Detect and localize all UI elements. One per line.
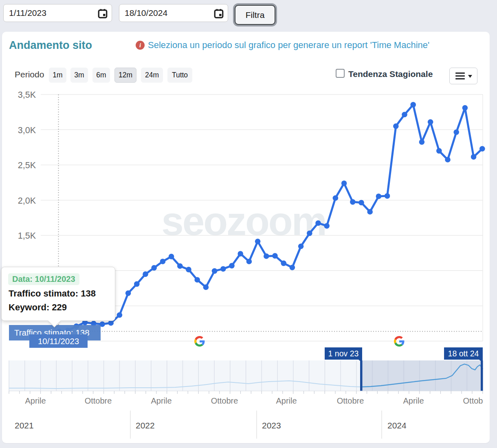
page-title: Andamento sito [9,39,92,52]
calendar-icon[interactable] [213,8,224,19]
tooltip-date: Data: 10/11/2023 [8,273,79,285]
seasonal-trend-label: Tendenza Stagionale [348,69,433,79]
info-icon: i [136,41,145,50]
tooltip-traffic: Traffico stimato: 138 [9,288,115,299]
calendar-icon[interactable] [97,8,108,19]
period-button-3m[interactable]: 3m [70,68,88,83]
navigator-start-flag[interactable]: 1 nov 23 [325,347,362,360]
seozoom-trend-screen: Filtra Andamento sito i Seleziona un per… [0,0,497,448]
period-button-1m[interactable]: 1m [49,68,66,83]
date-from-input[interactable] [3,4,112,22]
hamburger-icon [455,72,465,74]
filter-button[interactable]: Filtra [235,5,275,25]
chevron-down-icon [468,75,472,78]
trend-card [2,32,490,443]
period-button-6m[interactable]: 6m [92,68,110,83]
seasonal-trend-checkbox[interactable] [336,69,345,78]
selected-date-badge: 10/11/2023 [29,334,88,348]
chart-menu-button[interactable] [449,68,477,84]
date-to-input[interactable] [119,4,228,22]
time-machine-hint: Seleziona un periodo sul grafico per gen… [148,40,429,51]
period-button-12m[interactable]: 12m [114,68,136,83]
period-label: Periodo [15,70,44,79]
chart-tooltip: Data: 10/11/2023 Traffico stimato: 138 K… [1,267,115,321]
navigator-end-flag[interactable]: 18 ott 24 [444,347,483,360]
period-button-tutto[interactable]: Tutto [167,68,192,83]
tooltip-keyword: Keyword: 229 [9,302,115,313]
period-button-24m[interactable]: 24m [141,68,163,83]
